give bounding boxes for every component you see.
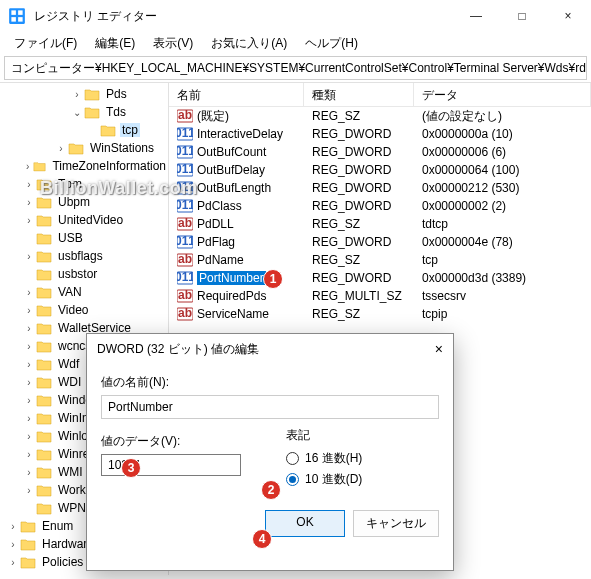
value-data: 0x0000000a (10) bbox=[414, 127, 591, 141]
tree-item-label: VAN bbox=[56, 285, 84, 299]
value-type: REG_DWORD bbox=[304, 127, 414, 141]
value-type: REG_DWORD bbox=[304, 199, 414, 213]
tree-item[interactable]: ›VAN bbox=[0, 283, 168, 301]
value-type: REG_SZ bbox=[304, 307, 414, 321]
annotation-marker-1: 1 bbox=[263, 269, 283, 289]
value-type: REG_DWORD bbox=[304, 145, 414, 159]
list-row[interactable]: 011PortNumberREG_DWORD0x00000d3d (3389) bbox=[169, 269, 591, 287]
value-data: 0x0000004e (78) bbox=[414, 235, 591, 249]
value-data: tcpip bbox=[414, 307, 591, 321]
chevron-icon: › bbox=[22, 251, 36, 262]
chevron-icon: › bbox=[22, 287, 36, 298]
chevron-icon: › bbox=[22, 341, 36, 352]
tree-item[interactable]: ›usbflags bbox=[0, 247, 168, 265]
chevron-icon: › bbox=[22, 449, 36, 460]
tree-item[interactable]: ›Pds bbox=[0, 85, 168, 103]
tree-item[interactable]: ›UnitedVideo bbox=[0, 211, 168, 229]
tree-item-label: tcp bbox=[120, 123, 140, 137]
tree-item[interactable]: ›Tpm bbox=[0, 175, 168, 193]
value-name: RequiredPds bbox=[197, 289, 266, 303]
list-row[interactable]: abPdDLLREG_SZtdtcp bbox=[169, 215, 591, 233]
annotation-marker-3: 3 bbox=[121, 458, 141, 478]
radix-hex-option[interactable]: 16 進数(H) bbox=[286, 450, 439, 467]
value-name-field[interactable]: PortNumber bbox=[101, 395, 439, 419]
list-row[interactable]: abServiceNameREG_SZtcpip bbox=[169, 305, 591, 323]
value-name: PdName bbox=[197, 253, 244, 267]
annotation-marker-4: 4 bbox=[252, 529, 272, 549]
path-input[interactable]: コンピューター¥HKEY_LOCAL_MACHINE¥SYSTEM¥Curren… bbox=[4, 56, 587, 80]
svg-text:011: 011 bbox=[177, 199, 193, 212]
tree-item[interactable]: ›TimeZoneInformation bbox=[0, 157, 168, 175]
value-data: 0x00000212 (530) bbox=[414, 181, 591, 195]
list-row[interactable]: abRequiredPdsREG_MULTI_SZtssecsrv bbox=[169, 287, 591, 305]
value-type: REG_MULTI_SZ bbox=[304, 289, 414, 303]
maximize-button[interactable]: □ bbox=[499, 0, 545, 32]
list-row[interactable]: 011PdClassREG_DWORD0x00000002 (2) bbox=[169, 197, 591, 215]
tree-item[interactable]: ⌄Tds bbox=[0, 103, 168, 121]
chevron-icon: › bbox=[6, 521, 20, 532]
chevron-icon: › bbox=[6, 539, 20, 550]
column-name[interactable]: 名前 bbox=[169, 83, 304, 106]
tree-item[interactable]: tcp bbox=[0, 121, 168, 139]
chevron-icon: › bbox=[22, 305, 36, 316]
minimize-button[interactable]: — bbox=[453, 0, 499, 32]
svg-text:011: 011 bbox=[177, 145, 193, 158]
chevron-icon: › bbox=[70, 89, 84, 100]
value-name: InteractiveDelay bbox=[197, 127, 283, 141]
menu-help[interactable]: ヘルプ(H) bbox=[297, 33, 366, 54]
value-data: 0x00000d3d (3389) bbox=[414, 271, 591, 285]
list-row[interactable]: 011InteractiveDelayREG_DWORD0x0000000a (… bbox=[169, 125, 591, 143]
list-row[interactable]: 011OutBufLengthREG_DWORD0x00000212 (530) bbox=[169, 179, 591, 197]
svg-rect-2 bbox=[18, 10, 23, 15]
tree-item[interactable]: usbstor bbox=[0, 265, 168, 283]
list-row[interactable]: 011PdFlagREG_DWORD0x0000004e (78) bbox=[169, 233, 591, 251]
cancel-button[interactable]: キャンセル bbox=[353, 510, 439, 537]
column-type[interactable]: 種類 bbox=[304, 83, 414, 106]
chevron-icon: › bbox=[54, 143, 68, 154]
value-name: ServiceName bbox=[197, 307, 269, 321]
radio-icon bbox=[286, 452, 299, 465]
value-data: 0x00000006 (6) bbox=[414, 145, 591, 159]
tree-item[interactable]: USB bbox=[0, 229, 168, 247]
list-row[interactable]: 011OutBufDelayREG_DWORD0x00000064 (100) bbox=[169, 161, 591, 179]
tree-item-label: Tds bbox=[104, 105, 128, 119]
chevron-icon: › bbox=[22, 485, 36, 496]
chevron-icon: › bbox=[22, 395, 36, 406]
value-data: 0x00000064 (100) bbox=[414, 163, 591, 177]
menu-view[interactable]: 表示(V) bbox=[145, 33, 201, 54]
tree-item[interactable]: ›WinStations bbox=[0, 139, 168, 157]
tree-item-label: TimeZoneInformation bbox=[50, 159, 168, 173]
menu-file[interactable]: ファイル(F) bbox=[6, 33, 85, 54]
column-data[interactable]: データ bbox=[414, 83, 591, 106]
close-button[interactable]: × bbox=[545, 0, 591, 32]
tree-item[interactable]: ›Ubpm bbox=[0, 193, 168, 211]
value-type: REG_DWORD bbox=[304, 163, 414, 177]
value-name: OutBufLength bbox=[197, 181, 271, 195]
chevron-icon: › bbox=[22, 179, 36, 190]
radix-dec-option[interactable]: 10 進数(D) bbox=[286, 471, 439, 488]
tree-item-label: Ubpm bbox=[56, 195, 92, 209]
value-type: REG_SZ bbox=[304, 253, 414, 267]
chevron-icon: › bbox=[22, 161, 33, 172]
regedit-icon bbox=[8, 7, 26, 25]
menu-edit[interactable]: 編集(E) bbox=[87, 33, 143, 54]
tree-item-label: WDI bbox=[56, 375, 83, 389]
list-row[interactable]: abPdNameREG_SZtcp bbox=[169, 251, 591, 269]
tree-item-label: WMI bbox=[56, 465, 85, 479]
tree-item[interactable]: ›Video bbox=[0, 301, 168, 319]
window-title: レジストリ エディター bbox=[34, 8, 453, 25]
tree-item-label: Tpm bbox=[56, 177, 84, 191]
svg-text:ab: ab bbox=[178, 217, 192, 230]
chevron-icon: › bbox=[22, 413, 36, 424]
list-row[interactable]: ab(既定)REG_SZ(値の設定なし) bbox=[169, 107, 591, 125]
dialog-close-button[interactable]: × bbox=[413, 341, 443, 357]
tree-item-label: Video bbox=[56, 303, 90, 317]
menu-favorites[interactable]: お気に入り(A) bbox=[203, 33, 295, 54]
svg-text:ab: ab bbox=[178, 253, 192, 266]
radix-label: 表記 bbox=[286, 427, 439, 444]
list-row[interactable]: 011OutBufCountREG_DWORD0x00000006 (6) bbox=[169, 143, 591, 161]
ok-button[interactable]: OK bbox=[265, 510, 345, 537]
svg-rect-1 bbox=[11, 10, 16, 15]
svg-text:011: 011 bbox=[177, 271, 193, 284]
menubar: ファイル(F) 編集(E) 表示(V) お気に入り(A) ヘルプ(H) bbox=[0, 32, 591, 54]
